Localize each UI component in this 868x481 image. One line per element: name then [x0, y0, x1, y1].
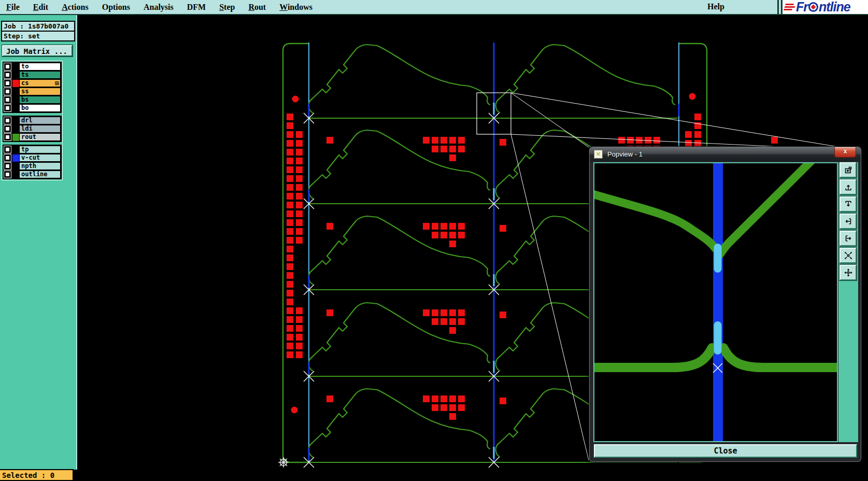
application-window: FileEditActionsOptionsAnalysisDFMStepRou… [0, 0, 868, 481]
layer-row-v-cut[interactable]: v-cut [4, 154, 61, 162]
layer-label-v-cut[interactable]: v-cut [19, 154, 61, 162]
popview-canvas[interactable] [593, 162, 838, 442]
layer-checkbox-bo[interactable] [4, 104, 11, 112]
layer-row-bo[interactable]: bo [4, 104, 61, 112]
layer-label-to[interactable]: to [19, 63, 61, 70]
menu-item-file[interactable]: File [6, 3, 20, 12]
layer-label-tp[interactable]: tp [19, 146, 61, 153]
status-bar: Selected : 0 [0, 469, 74, 481]
pan-right-icon[interactable] [839, 231, 857, 246]
menu-item-actions[interactable]: Actions [62, 3, 89, 12]
layer-checkbox-ss[interactable] [4, 88, 11, 95]
layer-checkbox-bs[interactable] [4, 96, 11, 104]
layer-checkbox-ldi[interactable] [4, 125, 11, 133]
menu-item-help[interactable]: Help [707, 2, 724, 11]
layer-row-bs[interactable]: bs [4, 96, 61, 104]
center-view-icon[interactable] [839, 248, 857, 263]
layer-label-bs[interactable]: bs [19, 96, 61, 104]
menu-item-rout[interactable]: Rout [248, 3, 266, 12]
popview-titlebar[interactable]: ✕ Popview - 1 x [590, 147, 861, 161]
layer-row-ts[interactable]: ts [4, 71, 61, 79]
pan-down-icon[interactable] [839, 196, 857, 212]
layer-color-swatch [12, 80, 19, 87]
layer-row-outline[interactable]: outline [4, 171, 61, 178]
layer-row-ldi[interactable]: ldi [4, 125, 61, 133]
layer-color-swatch [12, 96, 19, 104]
logo-prefix: Fr [796, 0, 808, 14]
step-field: Step: set [1, 31, 75, 41]
layer-label-ts[interactable]: ts [19, 71, 61, 79]
layer-checkbox-cs[interactable] [4, 79, 11, 87]
layer-color-swatch [12, 171, 19, 178]
layer-color-swatch [12, 63, 19, 70]
layer-label-npth[interactable]: npth [19, 162, 61, 170]
frontline-logo: Frntline [781, 0, 868, 14]
menu-item-edit[interactable]: Edit [33, 3, 48, 12]
layer-color-swatch [12, 88, 19, 95]
popview-close-icon[interactable]: x [834, 147, 856, 158]
popview-toolbar [838, 162, 858, 442]
layer-color-swatch [12, 134, 19, 141]
grid-icon: ⊞ [55, 80, 59, 87]
layer-label-cs[interactable]: cs⊞ [19, 79, 61, 87]
layer-checkbox-drl[interactable] [4, 117, 11, 124]
popview-app-icon: ✕ [594, 150, 603, 159]
menu-item-options[interactable]: Options [102, 3, 130, 12]
speed-lines-icon [784, 4, 796, 10]
layer-row-drl[interactable]: drl [4, 117, 61, 124]
layer-row-npth[interactable]: npth [4, 162, 61, 170]
job-matrix-button[interactable]: Job Matrix ... [2, 45, 73, 56]
layer-group: totscs⊞ssbsbo [3, 62, 62, 113]
menu-item-windows[interactable]: Windows [279, 3, 312, 12]
menu-bar: FileEditActionsOptionsAnalysisDFMStepRou… [0, 0, 868, 15]
sidebar: Job : 1s87b007a0 Step: set Job Matrix ..… [0, 15, 77, 470]
layer-label-rout[interactable]: rout [19, 133, 61, 141]
layer-color-swatch [12, 105, 19, 112]
layer-label-outline[interactable]: outline [19, 171, 61, 178]
popview-close-button[interactable]: Close [594, 444, 857, 458]
layer-color-swatch [12, 72, 19, 79]
job-field: Job : 1s87b007a0 [1, 21, 75, 31]
layer-row-cs[interactable]: cs⊞ [4, 79, 61, 87]
layer-matrix: totscs⊞ssbsbodrlldirouttpv-cutnpthoutlin… [2, 61, 63, 180]
layer-row-tp[interactable]: tp [4, 146, 61, 153]
layer-checkbox-tp[interactable] [4, 146, 11, 153]
menu-item-dfm[interactable]: DFM [187, 3, 206, 12]
layer-color-swatch [12, 163, 19, 170]
popview-window: ✕ Popview - 1 x Close [589, 146, 862, 462]
menu-item-analysis[interactable]: Analysis [144, 3, 174, 12]
menu-item-step[interactable]: Step [219, 3, 235, 12]
layer-color-swatch [12, 117, 19, 124]
layer-label-bo[interactable]: bo [19, 104, 61, 112]
open-in-window-icon[interactable] [839, 162, 857, 178]
layer-color-swatch [12, 125, 19, 133]
layer-checkbox-rout[interactable] [4, 133, 11, 141]
layer-group: tpv-cutnpthoutline [3, 145, 62, 179]
layer-group: drlldirout [3, 116, 62, 142]
menu-items: FileEditActionsOptionsAnalysisDFMStepRou… [6, 0, 312, 14]
layer-row-ss[interactable]: ss [4, 88, 61, 95]
logo-suffix: ntline [819, 0, 850, 14]
layer-row-to[interactable]: to [4, 63, 61, 70]
pan-up-icon[interactable] [839, 179, 857, 195]
layer-checkbox-to[interactable] [4, 63, 11, 70]
layer-color-swatch [12, 154, 19, 162]
layer-checkbox-outline[interactable] [4, 171, 11, 178]
fit-view-icon[interactable] [839, 265, 857, 280]
layer-color-swatch [12, 146, 19, 153]
layer-label-drl[interactable]: drl [19, 117, 61, 124]
popview-title: Popview - 1 [607, 150, 643, 158]
layer-row-rout[interactable]: rout [4, 133, 61, 141]
layer-label-ss[interactable]: ss [19, 88, 61, 95]
layer-checkbox-ts[interactable] [4, 71, 11, 79]
layer-label-ldi[interactable]: ldi [19, 125, 61, 133]
pan-left-icon[interactable] [839, 214, 857, 229]
layer-checkbox-npth[interactable] [4, 162, 11, 170]
logo-separator [777, 0, 779, 14]
layer-checkbox-v-cut[interactable] [4, 154, 11, 162]
logo-o-icon [808, 2, 818, 12]
